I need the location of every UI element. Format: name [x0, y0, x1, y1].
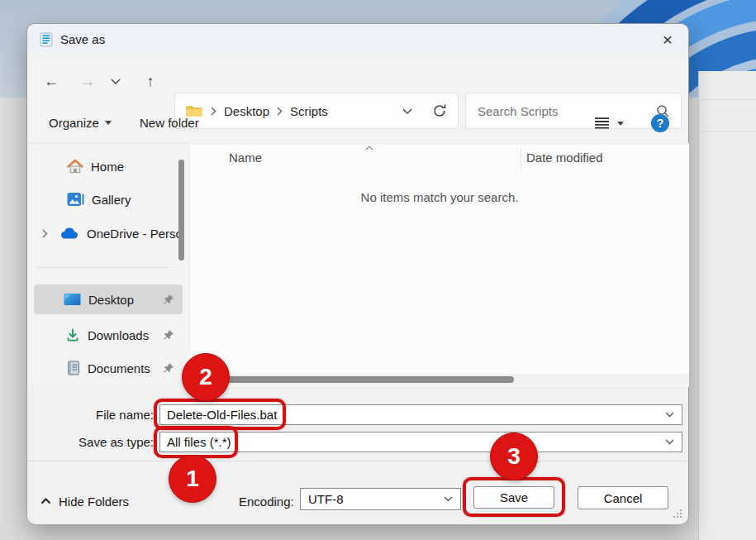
- up-icon[interactable]: ↑: [140, 70, 161, 92]
- horizontal-scrollbar[interactable]: [190, 374, 689, 385]
- sidebar-divider: [37, 267, 169, 268]
- file-name-dropdown-icon[interactable]: [665, 412, 682, 418]
- sidebar-item-home[interactable]: Home: [34, 153, 183, 179]
- navigation-pane: Home Gallery: [27, 143, 189, 386]
- sidebar-item-label: OneDrive - Perso: [87, 227, 183, 241]
- history-chevron-icon[interactable]: [111, 79, 121, 84]
- desktop-screen: Save as × ← → ↑ Desktop Scripts: [0, 0, 756, 540]
- expand-chevron-icon[interactable]: [42, 229, 48, 238]
- notepad-icon: [39, 32, 54, 47]
- resize-grip-icon[interactable]: [673, 509, 682, 518]
- hide-folders-label: Hide Folders: [59, 495, 129, 509]
- sidebar-item-gallery[interactable]: Gallery: [34, 186, 183, 213]
- file-list: Name Date modified No items match your s…: [189, 143, 689, 387]
- save-as-dialog: Save as × ← → ↑ Desktop Scripts: [26, 23, 689, 524]
- sidebar-item-label: Downloads: [88, 328, 149, 342]
- gallery-icon: [67, 192, 84, 207]
- sort-asc-icon[interactable]: [365, 146, 373, 151]
- new-folder-button[interactable]: New folder: [133, 103, 206, 142]
- forward-icon[interactable]: →: [77, 70, 98, 92]
- navigation-bar: ← → ↑ Desktop Scripts: [27, 55, 688, 103]
- sidebar-item-label: Documents: [88, 361, 150, 375]
- dialog-body: Home Gallery: [27, 143, 688, 386]
- dialog-title: Save as: [60, 24, 105, 55]
- new-folder-label: New folder: [140, 116, 199, 130]
- title-bar: Save as ×: [27, 24, 688, 55]
- back-icon[interactable]: ←: [40, 70, 62, 92]
- column-header-name[interactable]: Name: [229, 151, 262, 165]
- help-icon[interactable]: ?: [651, 114, 669, 132]
- annotation-step-2: 2: [182, 353, 230, 401]
- documents-icon: [67, 361, 80, 375]
- file-fields-area: File name: Save as type: All files (*.*): [27, 386, 688, 461]
- organize-label: Organize: [49, 116, 99, 130]
- background-window-edge: [698, 71, 756, 540]
- sidebar-item-desktop[interactable]: Desktop: [34, 284, 183, 314]
- empty-list-message: No items match your search.: [190, 190, 689, 204]
- view-list-icon[interactable]: [594, 117, 610, 129]
- desktop-icon: [64, 293, 81, 306]
- save-type-label: Save as type:: [27, 432, 154, 452]
- chevron-up-icon: [40, 498, 51, 504]
- close-icon[interactable]: ×: [654, 27, 682, 52]
- annotation-step-3: 3: [490, 432, 538, 480]
- dropdown-caret-icon: [105, 121, 112, 125]
- home-icon: [67, 159, 83, 174]
- encoding-label: Encoding:: [239, 490, 294, 513]
- column-divider[interactable]: [521, 148, 521, 170]
- pin-icon: [163, 294, 174, 305]
- sidebar-item-label: Desktop: [88, 293, 134, 307]
- downloads-icon: [65, 327, 80, 342]
- view-caret-icon[interactable]: [617, 122, 624, 126]
- encoding-value: UTF-8: [301, 492, 444, 506]
- sidebar-item-onedrive[interactable]: OneDrive - Perso: [34, 220, 183, 246]
- sidebar-item-downloads[interactable]: Downloads: [34, 322, 183, 348]
- encoding-dropdown-icon[interactable]: [444, 496, 460, 502]
- column-header-date-modified[interactable]: Date modified: [526, 151, 603, 165]
- onedrive-icon: [59, 227, 79, 240]
- save-type-dropdown-icon[interactable]: [665, 439, 682, 445]
- sidebar-item-label: Gallery: [92, 193, 131, 207]
- command-bar: Organize New folder ?: [27, 103, 688, 144]
- sidebar-scrollbar[interactable]: [178, 160, 184, 260]
- encoding-select[interactable]: UTF-8: [300, 488, 461, 510]
- cancel-button[interactable]: Cancel: [578, 486, 668, 509]
- annotation-step-1: 1: [169, 455, 216, 503]
- sidebar-item-label: Home: [91, 160, 124, 174]
- dialog-footer: Hide Folders Encoding: UTF-8 Save Cancel: [27, 461, 688, 524]
- annotation-outline-save: [463, 477, 565, 517]
- annotation-outline-save-type: [154, 426, 238, 458]
- organize-button[interactable]: Organize: [42, 103, 118, 142]
- pin-icon: [163, 362, 174, 374]
- horizontal-scrollbar-thumb[interactable]: [192, 376, 514, 383]
- sidebar-item-documents[interactable]: Documents: [34, 355, 183, 381]
- hide-folders-button[interactable]: Hide Folders: [40, 491, 129, 511]
- pin-icon: [163, 329, 174, 341]
- file-name-label: File name:: [27, 404, 154, 425]
